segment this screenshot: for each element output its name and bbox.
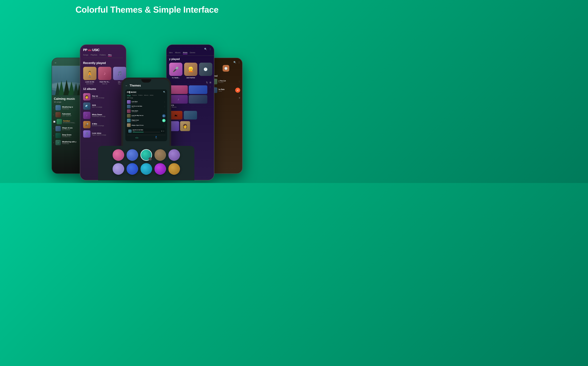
- paint-card-title: Paint The To...: [98, 81, 111, 83]
- say-so-meta: Doja Cat | 8 songs: [92, 97, 123, 99]
- artists-grid-row1: ♪ SZA 3 albums ⋮: [167, 85, 214, 109]
- tab-artists[interactable]: Artists: [183, 52, 188, 54]
- paint-card-image: ♪: [98, 67, 111, 80]
- tab-playlists[interactable]: Playlists: [91, 54, 97, 57]
- tab-albums[interactable]: Albu: [108, 54, 112, 57]
- mini-np-song-name: Set Fire to the Rain: [133, 129, 160, 130]
- love-story-meta: Taylor Swift | 2 songs: [92, 134, 123, 136]
- logo-bars: [88, 49, 91, 51]
- p5-song-row-1: y You Lie Eminem ⋮: [210, 78, 242, 85]
- album-row-misty[interactable]: ♪ Misty Dawn Radwimps | 8 songs: [83, 111, 123, 120]
- list-item: ≡ Shape of you Ed Sheeran: [53, 125, 83, 132]
- mini-song-artist: The Weeknd: [132, 111, 163, 112]
- tab-folders[interactable]: lders: [169, 52, 173, 54]
- song-thumbnail: ♪: [56, 140, 61, 145]
- artist-cards: 🎤 Yu Takah... 👱 Jack Harlow 🕐: [167, 63, 214, 79]
- mini-my-label: My: [155, 137, 157, 138]
- theme-button-lavender[interactable]: [112, 163, 124, 175]
- artist-card-yu[interactable]: 🎤 Yu Takah...: [169, 63, 183, 79]
- drag-icon: ≡: [53, 114, 54, 116]
- sza-dots-icon[interactable]: ⋮: [209, 86, 211, 88]
- album-row-say-so[interactable]: 👩 Say so Doja Cat | 8 songs: [83, 92, 123, 101]
- theme-button-cyan[interactable]: [140, 163, 152, 175]
- mini-play-button[interactable]: ▶: [162, 119, 166, 122]
- tab-albums[interactable]: Albums: [175, 52, 181, 54]
- queue-button-p5[interactable]: ≡: [239, 97, 240, 99]
- mini-nav-tabs: Songs Playlists Folders Albums Artists: [127, 94, 166, 96]
- taylor-cards-row: 👩: [167, 121, 214, 131]
- mini-logo: PP▌MUSIC: [127, 91, 137, 93]
- mini-song-artist: Taylor Swift: [132, 102, 163, 103]
- mini-progress-bar: [133, 132, 160, 132]
- drag-icon: ≡: [53, 142, 54, 144]
- ocean-image: [184, 111, 197, 120]
- 8mile-thumb: 🎤: [83, 121, 90, 128]
- mini-song-name: Love Story: [132, 101, 163, 102]
- artists-nav-tabs: lders Albums Artists Genres: [167, 52, 214, 56]
- album-row-sos[interactable]: 🌊 SOS SZA | 12 songs: [83, 101, 123, 111]
- phones-container: ←: [0, 18, 294, 180]
- mini-now-playing-controls: ⏸ ≡: [161, 130, 164, 132]
- dots-icon-p5[interactable]: ⋮: [238, 61, 240, 64]
- logo-pp: PP: [83, 48, 87, 52]
- theme-button-blue[interactable]: [127, 149, 138, 161]
- theme-button-teal[interactable]: [140, 149, 152, 161]
- theme-button-violet[interactable]: [154, 163, 166, 175]
- misty-thumb: ♪: [83, 112, 90, 119]
- mini-nav-music[interactable]: ♪ Music: [135, 136, 138, 138]
- theme-button-cobalt[interactable]: [127, 163, 138, 175]
- theme-button-purple[interactable]: [168, 149, 180, 161]
- love-story-thumb: 🎵: [83, 130, 90, 137]
- mini-dots-icon: ⋮: [164, 124, 166, 126]
- tab-folders[interactable]: Folders: [100, 54, 106, 57]
- sza-img2: [189, 85, 207, 94]
- recently-played-label-p4: y played: [167, 58, 214, 61]
- back-button-p1[interactable]: ←: [52, 58, 85, 66]
- theme-row-2: [102, 163, 191, 175]
- grid-icon-p4[interactable]: ⊞: [209, 81, 211, 84]
- mini-now-playing-bar[interactable]: Set Fire to the Rain Adele ⏸ ≡: [127, 129, 166, 134]
- mini-list-item-6: Allegro, Opus 3.3 a.m. ⋮: [127, 123, 166, 128]
- tab-songs[interactable]: Songs: [83, 54, 88, 57]
- list-item: ≡ Deep Green Christian Ku...: [53, 132, 83, 139]
- p5-song-artist-1: Eminem: [219, 82, 237, 83]
- p5-rain-controls: ⇄: [235, 86, 240, 94]
- say-so-name: Say so: [92, 95, 123, 97]
- shuffle-button-p5[interactable]: ⇄: [235, 88, 240, 93]
- album-row-love-story[interactable]: 🎵 Love story Taylor Swift | 2 songs: [83, 129, 123, 138]
- paint-card-artist: Doja Cat: [98, 83, 111, 84]
- p5-dots-1[interactable]: ⋮: [238, 80, 240, 83]
- song-thumbnail: [56, 126, 61, 131]
- list-item: ≡ Weathering w Radwimps: [53, 104, 83, 111]
- back-button-themes[interactable]: ←: [125, 84, 128, 87]
- album-row-8mile[interactable]: 🎤 8 Mile Eminem | 8 songs: [83, 120, 123, 129]
- theme-button-pink[interactable]: [112, 149, 124, 161]
- mini-nav-my[interactable]: 👤 My: [155, 136, 157, 138]
- tab-genres[interactable]: Genres: [190, 52, 195, 54]
- mini-tab-albums: Albums: [144, 94, 148, 96]
- mini-thumb-false-alarm: [127, 109, 131, 113]
- dots-icon-p4[interactable]: ⋮: [209, 48, 211, 50]
- mini-queue-button[interactable]: ≡: [163, 130, 164, 132]
- recent-card-lovin[interactable]: 🧍 Lovin On Me Jack Harlow: [83, 67, 96, 84]
- theme-button-gold[interactable]: [168, 163, 180, 175]
- yu-icon: 🎤: [173, 67, 179, 72]
- mini-tab-playlists: Playlists: [132, 94, 137, 96]
- lovin-figure-icon: 🧍: [86, 71, 94, 78]
- drag-icon: ≡: [53, 107, 54, 109]
- search-icon-p4[interactable]: 🔍: [204, 48, 207, 50]
- mini-shuffle-button[interactable]: ⇄: [162, 114, 166, 118]
- sort-icon-p4[interactable]: ⇅: [206, 81, 208, 84]
- mini-progress-fill: [133, 132, 143, 132]
- theme-button-brown[interactable]: [154, 149, 166, 161]
- mini-song-name: Allegro, Opus 3.3 a.m.: [132, 125, 163, 126]
- artist-card-jack[interactable]: 👱 Jack Harlow: [184, 63, 197, 79]
- p5-song-name-1: y You Lie: [219, 80, 237, 82]
- recent-card-paint[interactable]: ♪ Paint The To... Doja Cat: [98, 67, 111, 84]
- mini-pause-button[interactable]: ⏸: [161, 130, 163, 132]
- themes-title: Themes: [130, 84, 141, 87]
- mini-list-item-2: Set Fire to the Rain Adele ⋮: [127, 104, 166, 109]
- search-icon-p5[interactable]: 🔍: [233, 61, 236, 64]
- sza-name: SZA: [169, 104, 207, 106]
- albums-count-title: 12 albums: [83, 88, 123, 91]
